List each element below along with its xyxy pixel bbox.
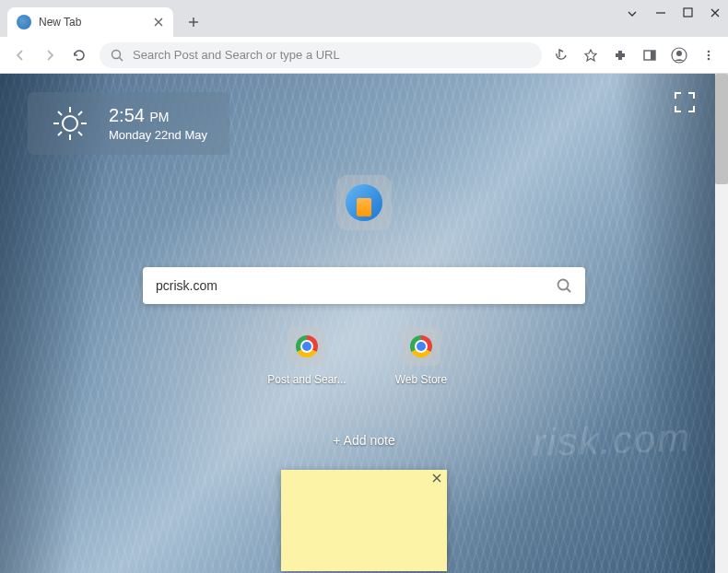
side-panel-icon[interactable] bbox=[641, 47, 658, 64]
search-button[interactable] bbox=[556, 277, 572, 294]
browser-toolbar: Search Post and Search or type a URL bbox=[0, 37, 728, 74]
shortcuts-row: Post and Sear... Web Store bbox=[270, 327, 458, 386]
shortcut-web-store[interactable]: Web Store bbox=[384, 327, 458, 386]
note-close-button[interactable] bbox=[432, 474, 441, 483]
titlebar: New Tab bbox=[0, 0, 728, 37]
new-tab-button[interactable] bbox=[181, 9, 206, 35]
svg-point-10 bbox=[558, 280, 569, 290]
browser-tab[interactable]: New Tab bbox=[7, 7, 173, 37]
svg-point-6 bbox=[708, 50, 710, 53]
maximize-button[interactable] bbox=[683, 7, 693, 20]
page-content: risk.com 2:54 PM Monday 22nd May pcri bbox=[0, 74, 728, 573]
svg-point-1 bbox=[112, 50, 121, 58]
share-icon[interactable] bbox=[553, 47, 569, 64]
weather-clock-widget[interactable]: 2:54 PM Monday 22nd May bbox=[28, 92, 229, 155]
scrollbar-thumb[interactable] bbox=[715, 74, 728, 184]
back-button[interactable] bbox=[11, 46, 29, 64]
svg-rect-3 bbox=[651, 51, 655, 60]
chrome-icon bbox=[410, 335, 432, 357]
shortcut-label: Web Store bbox=[395, 373, 447, 386]
reload-button[interactable] bbox=[70, 46, 88, 64]
forward-button[interactable] bbox=[41, 46, 59, 64]
fullscreen-button[interactable] bbox=[673, 90, 700, 118]
svg-rect-0 bbox=[684, 8, 692, 17]
shortcut-tile bbox=[402, 327, 440, 366]
sticky-note[interactable] bbox=[281, 470, 447, 571]
omnibox-placeholder: Search Post and Search or type a URL bbox=[133, 48, 340, 62]
profile-icon[interactable] bbox=[671, 47, 687, 64]
svg-point-8 bbox=[708, 57, 710, 60]
city-icon bbox=[346, 184, 382, 221]
chrome-icon bbox=[296, 335, 318, 357]
svg-point-5 bbox=[676, 51, 682, 56]
menu-icon[interactable] bbox=[700, 47, 717, 64]
svg-point-7 bbox=[708, 53, 710, 56]
extension-logo bbox=[336, 175, 392, 230]
minimize-button[interactable] bbox=[655, 7, 666, 20]
extensions-icon[interactable] bbox=[612, 47, 628, 64]
search-icon bbox=[111, 49, 123, 62]
search-input[interactable]: pcrisk.com bbox=[156, 278, 556, 293]
shortcut-post-and-search[interactable]: Post and Sear... bbox=[270, 327, 344, 386]
bookmark-icon[interactable] bbox=[582, 47, 599, 64]
clock-date: Monday 22nd May bbox=[109, 128, 207, 142]
search-bar[interactable]: pcrisk.com bbox=[143, 267, 585, 304]
add-note-button[interactable]: + Add note bbox=[333, 433, 394, 448]
shortcut-label: Post and Sear... bbox=[267, 373, 346, 386]
scrollbar[interactable] bbox=[715, 74, 728, 573]
tab-close-button[interactable] bbox=[153, 17, 164, 28]
window-controls bbox=[626, 7, 721, 20]
tab-favicon bbox=[17, 15, 31, 29]
clock: 2:54 PM Monday 22nd May bbox=[109, 105, 207, 142]
chevron-down-icon[interactable] bbox=[626, 7, 639, 20]
sun-icon bbox=[50, 103, 90, 144]
shortcut-tile bbox=[288, 327, 326, 366]
svg-point-9 bbox=[63, 116, 77, 131]
address-bar[interactable]: Search Post and Search or type a URL bbox=[100, 42, 542, 68]
tab-title: New Tab bbox=[39, 16, 146, 29]
close-window-button[interactable] bbox=[710, 7, 721, 20]
clock-time: 2:54 PM bbox=[109, 105, 207, 126]
